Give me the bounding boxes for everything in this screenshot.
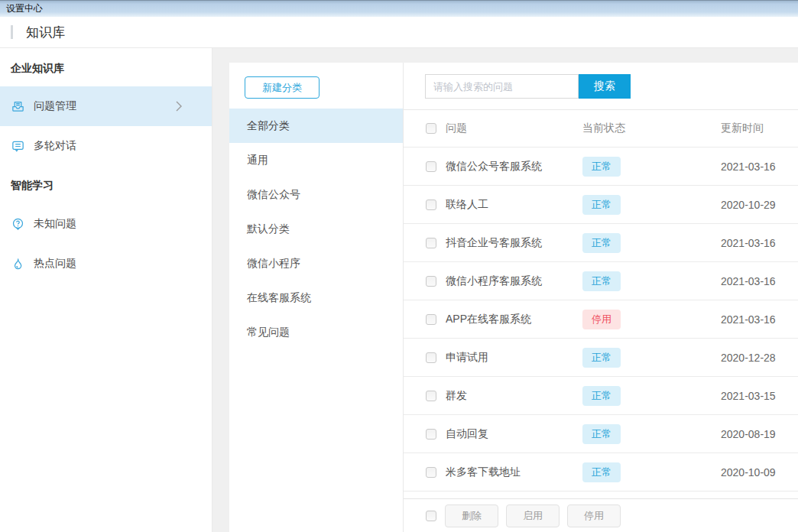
table-row: APP在线客服系统 停用 2021-03-16 bbox=[404, 300, 798, 339]
content-card: 新建分类 全部分类通用微信公众号默认分类微信小程序在线客服系统常见问题 搜索 问… bbox=[229, 63, 798, 532]
new-category-button[interactable]: 新建分类 bbox=[245, 76, 320, 99]
sidebar-item-question-management[interactable]: 问题管理 bbox=[0, 86, 212, 126]
updated-cell: 2021-03-16 bbox=[721, 161, 798, 173]
row-checkbox[interactable] bbox=[426, 467, 436, 478]
question-cell: 自动回复 bbox=[446, 427, 582, 441]
status-cell: 正常 bbox=[582, 271, 721, 291]
table-row: 联络人工 正常 2020-10-29 bbox=[404, 186, 798, 224]
question-panel: 搜索 问题 当前状态 更新时间 微信公众号客服系统 正常 2021-03-16 … bbox=[404, 63, 798, 532]
row-checkbox[interactable] bbox=[426, 161, 436, 172]
table-row: 自动回复 正常 2020-08-19 bbox=[404, 415, 798, 453]
updated-cell: 2021-03-16 bbox=[721, 313, 798, 326]
sidebar-item-label: 问题管理 bbox=[34, 99, 175, 113]
table-body: 微信公众号客服系统 正常 2021-03-16 联络人工 正常 2020-10-… bbox=[404, 148, 798, 491]
table-header-row: 问题 当前状态 更新时间 bbox=[404, 109, 798, 148]
row-checkbox[interactable] bbox=[426, 314, 436, 325]
table-row: 抖音企业号客服系统 正常 2021-03-16 bbox=[404, 224, 798, 262]
disable-button[interactable]: 停用 bbox=[567, 504, 621, 527]
status-cell: 停用 bbox=[582, 310, 721, 329]
status-badge: 正常 bbox=[582, 424, 621, 444]
inbox-document-icon bbox=[11, 99, 25, 114]
sidebar-item-unknown-questions[interactable]: 未知问题 bbox=[0, 204, 212, 244]
sidebar-item-multi-turn-dialog[interactable]: 多轮对话 bbox=[0, 126, 212, 166]
row-checkbox[interactable] bbox=[426, 429, 436, 440]
enable-button[interactable]: 启用 bbox=[506, 504, 560, 527]
column-header-question: 问题 bbox=[446, 122, 582, 135]
bulk-action-bar: 删除 启用 停用 bbox=[404, 498, 798, 532]
updated-cell: 2021-03-16 bbox=[721, 275, 798, 287]
status-cell: 正常 bbox=[582, 424, 721, 444]
status-cell: 正常 bbox=[582, 157, 721, 177]
row-checkbox[interactable] bbox=[426, 200, 436, 210]
select-all-checkbox[interactable] bbox=[426, 123, 436, 134]
bulk-select-checkbox[interactable] bbox=[426, 511, 436, 521]
question-cell: 米多客下载地址 bbox=[446, 466, 582, 479]
updated-cell: 2020-12-28 bbox=[721, 352, 798, 364]
table-row: 申请试用 正常 2020-12-28 bbox=[404, 339, 798, 377]
question-pin-icon bbox=[11, 217, 25, 232]
status-badge: 正常 bbox=[582, 348, 621, 368]
status-badge: 正常 bbox=[582, 271, 621, 291]
sidebar-group-knowledge: 企业知识库 bbox=[0, 48, 212, 86]
sidebar-item-label: 未知问题 bbox=[34, 217, 201, 231]
category-item[interactable]: 在线客服系统 bbox=[229, 281, 403, 315]
sidebar-item-label: 热点问题 bbox=[34, 257, 201, 271]
question-cell: 申请试用 bbox=[446, 351, 582, 365]
category-panel: 新建分类 全部分类通用微信公众号默认分类微信小程序在线客服系统常见问题 bbox=[229, 63, 404, 532]
row-checkbox[interactable] bbox=[426, 276, 436, 287]
search-input[interactable] bbox=[425, 74, 579, 99]
status-badge: 正常 bbox=[582, 195, 621, 215]
question-cell: 抖音企业号客服系统 bbox=[446, 236, 582, 250]
header-accent-bar bbox=[11, 25, 13, 39]
window-title: 设置中心 bbox=[6, 2, 43, 15]
row-checkbox[interactable] bbox=[426, 391, 436, 401]
page-header: 知识库 bbox=[0, 17, 798, 48]
updated-cell: 2020-10-09 bbox=[721, 466, 798, 478]
status-badge: 正常 bbox=[582, 386, 621, 406]
question-cell: 群发 bbox=[446, 389, 582, 403]
status-badge: 正常 bbox=[582, 462, 621, 482]
table-row: 微信小程序客服系统 正常 2021-03-16 bbox=[404, 262, 798, 300]
status-badge: 停用 bbox=[582, 310, 621, 329]
question-cell: APP在线客服系统 bbox=[446, 313, 582, 326]
main-area: 新建分类 全部分类通用微信公众号默认分类微信小程序在线客服系统常见问题 搜索 问… bbox=[212, 48, 798, 532]
sidebar-group-smart-learning: 智能学习 bbox=[0, 166, 212, 204]
chevron-right-icon bbox=[175, 100, 183, 112]
category-item[interactable]: 全部分类 bbox=[229, 109, 403, 143]
row-checkbox[interactable] bbox=[426, 352, 436, 363]
category-item[interactable]: 通用 bbox=[229, 143, 403, 177]
updated-cell: 2021-03-16 bbox=[721, 237, 798, 249]
sidebar-item-hot-questions[interactable]: 热点问题 bbox=[0, 244, 212, 284]
updated-cell: 2020-10-29 bbox=[721, 199, 798, 211]
delete-button[interactable]: 删除 bbox=[445, 504, 498, 527]
search-button[interactable]: 搜索 bbox=[579, 74, 631, 99]
category-item[interactable]: 微信小程序 bbox=[229, 246, 403, 281]
window-title-bar: 设置中心 bbox=[0, 0, 798, 17]
row-checkbox[interactable] bbox=[426, 238, 436, 248]
flame-icon bbox=[11, 257, 25, 271]
question-cell: 联络人工 bbox=[446, 198, 582, 212]
table-row: 群发 正常 2021-03-15 bbox=[404, 377, 798, 415]
sidebar-item-label: 多轮对话 bbox=[34, 139, 201, 153]
status-cell: 正常 bbox=[582, 195, 721, 215]
column-header-status: 当前状态 bbox=[582, 122, 721, 135]
status-cell: 正常 bbox=[582, 462, 721, 482]
column-header-updated: 更新时间 bbox=[721, 122, 798, 135]
table-row: 米多客下载地址 正常 2020-10-09 bbox=[404, 453, 798, 491]
table-row: 微信公众号客服系统 正常 2021-03-16 bbox=[404, 148, 798, 186]
status-cell: 正常 bbox=[582, 386, 721, 406]
status-badge: 正常 bbox=[582, 233, 621, 253]
table-footer-gap bbox=[404, 491, 798, 498]
question-cell: 微信公众号客服系统 bbox=[446, 160, 582, 174]
updated-cell: 2020-08-19 bbox=[721, 428, 798, 440]
chat-bubble-icon bbox=[11, 139, 25, 154]
question-cell: 微信小程序客服系统 bbox=[446, 274, 582, 288]
category-item[interactable]: 默认分类 bbox=[229, 212, 403, 246]
category-item[interactable]: 常见问题 bbox=[229, 315, 403, 349]
page-title: 知识库 bbox=[26, 24, 65, 41]
category-item[interactable]: 微信公众号 bbox=[229, 177, 403, 212]
updated-cell: 2021-03-15 bbox=[721, 390, 798, 402]
search-bar: 搜索 bbox=[404, 63, 798, 109]
status-cell: 正常 bbox=[582, 233, 721, 253]
sidebar: 企业知识库 问题管理 bbox=[0, 48, 212, 532]
